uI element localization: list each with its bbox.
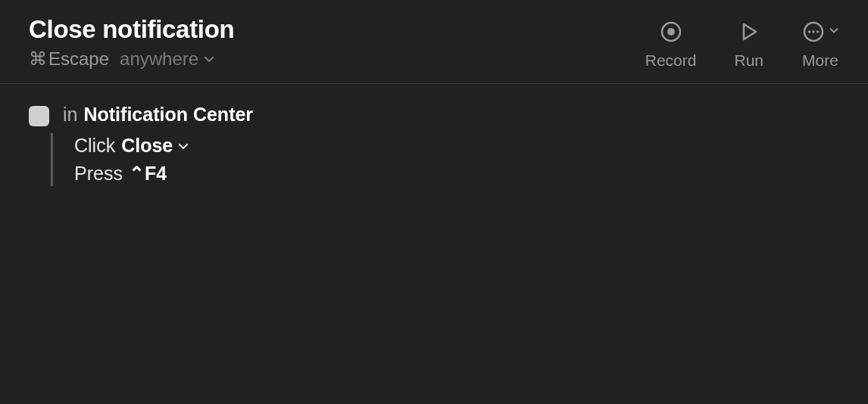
svg-point-1	[667, 28, 675, 36]
scope-dropdown[interactable]: anywhere	[120, 48, 215, 70]
shortcut-trigger[interactable]: ⌘ Escape	[29, 48, 109, 70]
in-label: in	[63, 104, 77, 126]
record-label: Record	[645, 51, 697, 70]
chevron-down-icon	[177, 140, 189, 152]
steps: Click Close Press ⌃F4	[51, 133, 253, 186]
step-press[interactable]: Press ⌃F4	[74, 163, 253, 185]
content-area: in Notification Center Click Close Press	[0, 84, 868, 206]
step-target: Close	[121, 135, 173, 157]
app-name: Notification Center	[83, 104, 253, 126]
record-icon	[659, 20, 683, 44]
ellipsis-circle-icon	[801, 20, 826, 44]
command-icon: ⌘	[29, 48, 47, 70]
header: Close notification ⌘ Escape anywhere	[0, 0, 868, 84]
run-label: Run	[734, 51, 763, 70]
action-header[interactable]: in Notification Center	[63, 104, 253, 126]
step-verb: Press	[74, 163, 123, 185]
action-block: in Notification Center Click Close Press	[29, 104, 839, 186]
more-icon-wrap	[801, 20, 839, 44]
svg-point-5	[816, 30, 819, 33]
shortcut-row: ⌘ Escape anywhere	[29, 48, 234, 70]
svg-point-4	[812, 30, 814, 33]
chevron-down-icon	[829, 25, 839, 39]
step-keycombo: ⌃F4	[129, 163, 167, 185]
action-content: in Notification Center Click Close Press	[63, 104, 253, 186]
page-title: Close notification	[29, 15, 234, 44]
step-click[interactable]: Click Close	[74, 135, 253, 157]
chevron-down-icon	[203, 53, 215, 65]
svg-point-3	[808, 30, 810, 33]
block-checkbox[interactable]	[29, 106, 49, 126]
keypress-key: F4	[145, 163, 167, 184]
shortcut-key: Escape	[48, 48, 109, 70]
toolbar: Record Run	[645, 15, 839, 70]
record-button[interactable]: Record	[645, 20, 697, 70]
step-verb: Click	[74, 135, 115, 157]
more-button[interactable]: More	[801, 20, 839, 70]
header-left: Close notification ⌘ Escape anywhere	[29, 15, 234, 70]
play-icon	[737, 20, 761, 44]
more-label: More	[802, 51, 838, 70]
scope-label: anywhere	[120, 48, 198, 70]
control-icon: ⌃	[129, 163, 145, 184]
run-button[interactable]: Run	[734, 20, 763, 70]
